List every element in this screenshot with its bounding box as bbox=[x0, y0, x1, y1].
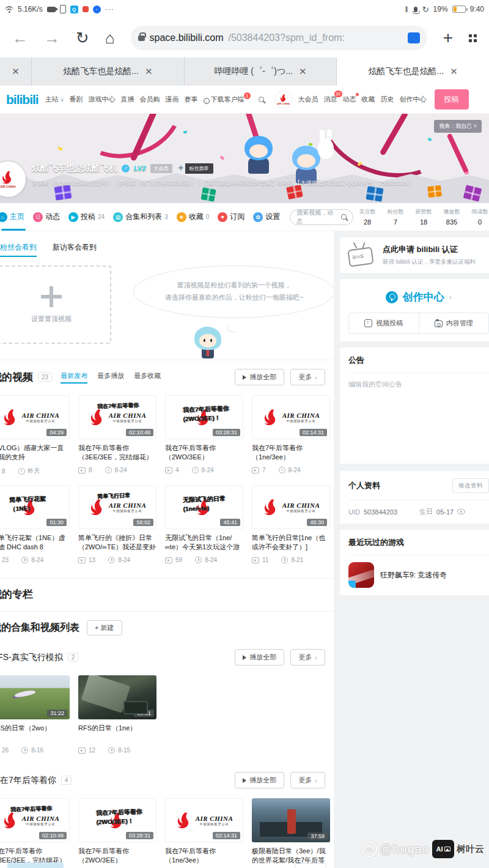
forward-button[interactable]: → bbox=[44, 30, 60, 46]
tab-settings[interactable]: ✿设置 bbox=[253, 212, 280, 222]
video-thumbnail[interactable]: AIR CHINA中国国际航空公司 04:29 bbox=[0, 395, 70, 439]
more-button[interactable]: 更多› bbox=[290, 369, 325, 385]
home-button[interactable]: ⌂ bbox=[105, 30, 115, 46]
more-button[interactable]: 更多› bbox=[290, 649, 325, 666]
browser-tab-active[interactable]: 炫酷飞车也是炫酷... ✕ bbox=[337, 57, 489, 86]
stat-likes[interactable]: 获赞数18 bbox=[410, 208, 438, 226]
nav-history[interactable]: 历史 bbox=[381, 95, 394, 104]
tab-favorites[interactable]: ★收藏0 bbox=[177, 212, 210, 222]
tab-collections[interactable]: ▤合集和列表3 bbox=[113, 212, 168, 222]
video-card[interactable]: 37:58 极限着陆日常（3ee）/我的世界花絮/我在7年后等着你预告 158-… bbox=[252, 798, 330, 868]
nav-esports[interactable]: 赛事 bbox=[185, 95, 198, 104]
video-card[interactable]: 我在7年后等着你 (2WO/3EE)！ 03:28:31 我在7年后等着你（2W… bbox=[165, 395, 243, 475]
play-all-button[interactable]: 播放全部 bbox=[235, 649, 284, 666]
stat-followers[interactable]: 粉丝数7 bbox=[381, 208, 410, 226]
upload-button[interactable]: 投稿 bbox=[435, 89, 469, 109]
nav-creator-center[interactable]: 创作中心 bbox=[400, 95, 427, 104]
bilibili-logo[interactable]: bilibili bbox=[6, 92, 39, 107]
creator-center-link[interactable]: 创作中心 › bbox=[348, 286, 489, 313]
nav-feed[interactable]: 动态 bbox=[343, 95, 356, 104]
nav-manga[interactable]: 漫画 bbox=[166, 95, 179, 104]
more-button[interactable]: 更多› bbox=[290, 772, 325, 788]
video-thumbnail[interactable]: 简单飞行花絮 （1NE） 01:30 bbox=[0, 485, 70, 529]
view-as-toggle[interactable]: 视角：我自己 ˅ bbox=[434, 120, 482, 133]
stat-following[interactable]: 关注数28 bbox=[353, 208, 381, 226]
set-pinned-video-button[interactable]: 设置置顶视频 bbox=[0, 265, 111, 344]
close-tab-icon[interactable]: ✕ bbox=[450, 66, 458, 77]
video-card[interactable]: 我在7年后等着你 (2WO/3EE)！ 03:28:31 我在7年后等着你（2W… bbox=[78, 798, 156, 868]
close-tab-icon[interactable]: ✕ bbox=[12, 66, 20, 77]
space-search-input[interactable]: 搜索视频，动态 bbox=[290, 209, 353, 225]
video-card[interactable]: AIR CHINA中国国际航空公司 我在7年后等着你 02:10:48 我在7年… bbox=[0, 798, 70, 868]
nav-messages[interactable]: 消息10 bbox=[324, 95, 337, 104]
video-title[interactable]: RFS的日常（2wo） bbox=[0, 724, 70, 742]
close-tab-icon[interactable]: ✕ bbox=[299, 66, 307, 77]
video-thumbnail[interactable]: 31:22 bbox=[0, 675, 70, 719]
video-thumbnail[interactable]: 我在7年后等着你 (2WO/3EE)！ 03:28:31 bbox=[78, 798, 156, 842]
nav-mainsite[interactable]: 主站 ∨ bbox=[45, 95, 64, 104]
fans-medal-button[interactable]: ✚ 粉丝勋章 bbox=[177, 163, 213, 174]
visibility-eye-icon[interactable] bbox=[457, 509, 465, 514]
video-card[interactable]: AIR CHINA中国国际航空公司 45:30 简单飞行的日常[1ne（也或许不… bbox=[252, 485, 330, 563]
close-tab-icon[interactable]: ✕ bbox=[145, 66, 153, 77]
video-thumbnail[interactable]: AIR CHINA中国国际航空公司 45:30 bbox=[252, 485, 330, 529]
video-title[interactable]: 我在7年后等着你（2WO/3EE） bbox=[165, 443, 243, 462]
nav-game-center[interactable]: 游戏中心 bbox=[89, 95, 116, 104]
video-title[interactable]: 我在7年后等着你（3EE/3EE，完结烟花） bbox=[78, 443, 156, 462]
url-bar[interactable]: space.bilibili.com /503844203?spm_id_fro… bbox=[131, 26, 427, 50]
video-thumbnail[interactable]: 37:58 bbox=[252, 798, 330, 842]
nav-bangumi[interactable]: 番剧 bbox=[70, 95, 83, 104]
translate-icon[interactable] bbox=[408, 32, 420, 43]
sort-most-played[interactable]: 最多播放 bbox=[97, 371, 124, 384]
video-upload-button[interactable]: 视频投稿 bbox=[349, 313, 419, 333]
refresh-button[interactable]: ↻ bbox=[76, 30, 89, 46]
verify-card[interactable]: 点此申请 bilibili 认证 获得 bilibili 认证，享受多重认证福利 bbox=[340, 237, 489, 273]
video-title[interactable]: RFS的日常（1ne） bbox=[78, 724, 156, 742]
video-card[interactable]: 简单飞行花絮 （1NE） 01:30 简单飞行花絮（1NE）虚拟迪 DHC da… bbox=[0, 485, 70, 563]
tab-dynamics[interactable]: ☷动态 bbox=[33, 212, 60, 222]
playlist-name[interactable]: 我在7年后等着你 bbox=[0, 775, 56, 786]
nav-live[interactable]: 直播 bbox=[121, 95, 134, 104]
game-row[interactable]: 狂野飙车9: 竞速传奇 bbox=[348, 562, 489, 588]
tab-partial[interactable]: ✕ bbox=[0, 57, 32, 86]
video-title[interactable]: 简单飞行的《挫折》日常（2WO/∞TE）我还是变卦了，真的是醉了 bbox=[78, 533, 156, 552]
play-all-button[interactable]: 播放全部 bbox=[235, 772, 284, 788]
new-collection-button[interactable]: + 新建 bbox=[87, 620, 122, 636]
video-thumbnail[interactable]: 15:51 bbox=[78, 675, 156, 719]
avatar[interactable]: AIR CHINA bbox=[274, 91, 293, 109]
video-thumbnail[interactable]: 无限试飞的日常 (1ne/∞te) 45:41 bbox=[165, 485, 243, 529]
video-title[interactable]: （VLOG）感谢大家一直对我的支持 bbox=[0, 443, 70, 462]
play-all-button[interactable]: 播放全部 bbox=[235, 369, 284, 385]
video-title[interactable]: 无限试飞的日常（1ne/∞te）今天第1次玩这个游戏，有点不太熟 bbox=[165, 533, 243, 552]
back-button[interactable]: ← bbox=[12, 30, 28, 46]
video-thumbnail[interactable]: 我在7年后等着你 (2WO/3EE)！ 03:28:31 bbox=[165, 395, 243, 439]
verify-title[interactable]: 点此申请 bilibili 认证 bbox=[383, 244, 476, 255]
video-title[interactable]: 简单飞行花絮（1NE）虚拟迪 DHC dash 8 bbox=[0, 533, 70, 552]
video-card[interactable]: AIR CHINA中国国际航空公司 我在7年后等着你 02:10:48 我在7年… bbox=[78, 395, 156, 475]
nav-shop[interactable]: 会员购 bbox=[140, 95, 160, 104]
video-card[interactable]: AIR CHINA中国国际航空公司 02:14:31 我在7年后等着你（1ne/… bbox=[252, 395, 330, 475]
nav-vip[interactable]: 大会员 bbox=[298, 95, 318, 104]
stat-plays[interactable]: 播放数835 bbox=[438, 208, 466, 226]
content-manage-button[interactable]: 内容管理 bbox=[419, 313, 489, 333]
video-thumbnail[interactable]: AIR CHINA中国国际航空公司 我在7年后等着你 02:10:48 bbox=[0, 798, 70, 842]
playlist-name[interactable]: RFS-真实飞行模拟 bbox=[0, 652, 63, 663]
announcement-placeholder[interactable]: 编辑我的空间公告 bbox=[348, 380, 489, 389]
video-card[interactable]: 无限试飞的日常 (1ne/∞te) 45:41 无限试飞的日常（1ne/∞te）… bbox=[165, 485, 243, 563]
tab-subscriptions[interactable]: ♥订阅 bbox=[218, 212, 244, 222]
sort-most-faved[interactable]: 最多收藏 bbox=[134, 371, 161, 384]
video-thumbnail[interactable]: AIR CHINA中国国际航空公司 简单飞行日常 58:02 bbox=[78, 485, 156, 529]
video-title[interactable]: 极限着陆日常（3ee）/我的世界花絮/我在7年后等着你预告 bbox=[252, 847, 330, 865]
video-thumbnail[interactable]: AIR CHINA中国国际航空公司 我在7年后等着你 02:10:48 bbox=[78, 395, 156, 439]
video-thumbnail[interactable]: AIR CHINA中国国际航空公司 02:14:31 bbox=[165, 798, 243, 842]
video-title[interactable]: 简单飞行的日常[1ne（也或许不会变卦了）] bbox=[252, 533, 330, 552]
nav-download-app[interactable]: ↓下载客户端1 bbox=[204, 95, 244, 104]
stat-reads[interactable]: 阅读数0 bbox=[466, 208, 489, 226]
video-thumbnail[interactable]: AIR CHINA中国国际航空公司 02:14:31 bbox=[252, 395, 330, 439]
new-tab-button[interactable]: + bbox=[443, 29, 453, 46]
video-card[interactable]: AIR CHINA中国国际航空公司 02:14:31 我在7年后等着你（1ne/… bbox=[165, 798, 243, 868]
video-card[interactable]: 31:22 RFS的日常（2wo） 268-16 bbox=[0, 675, 70, 754]
video-card[interactable]: 15:51 RFS的日常（1ne） 128-15 bbox=[78, 675, 156, 754]
search-icon[interactable] bbox=[259, 97, 264, 102]
tab-new-visitors[interactable]: 新访客会看到 bbox=[53, 242, 97, 257]
